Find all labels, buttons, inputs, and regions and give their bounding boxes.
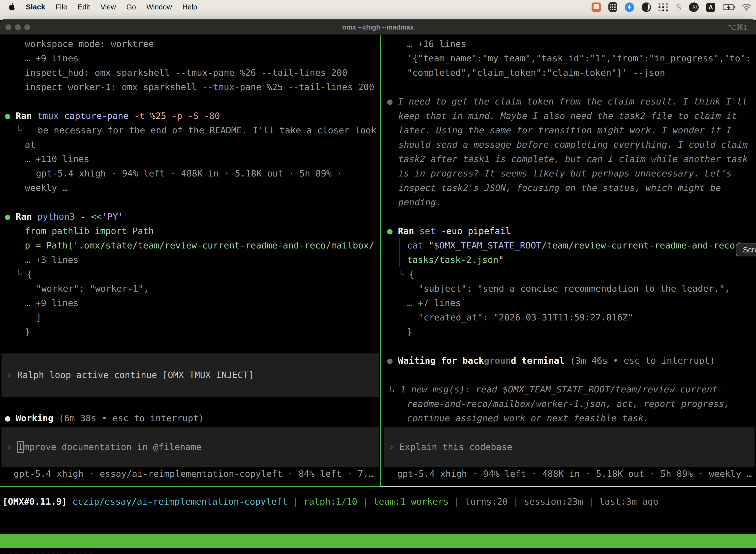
tmux-pane-right[interactable]: … +16 lines'{"team_name":"my-team","task… [382, 35, 756, 486]
segment-gi: continue assigned work or next feasible … [407, 413, 649, 423]
apple-menu-icon[interactable] [8, 3, 16, 11]
menu-item-file[interactable]: File [56, 3, 67, 11]
terminal-line: keep that in mind. Maybe I also need the… [382, 109, 756, 123]
blank-line [382, 339, 756, 353]
segment-gi: I need to get the claim token from the c… [398, 96, 747, 107]
left-prompt-input[interactable]: › Improve documentation in @filename [1, 428, 379, 466]
segment-wb: Waiting for back [398, 355, 484, 366]
segment-g: inspect_worker-1: omx sparkshell --tmux-… [25, 82, 374, 92]
segment-g: "completed","claim_token":"claim-token"}… [407, 67, 665, 78]
blank-line [382, 80, 756, 94]
segment-wb: d terminal [511, 355, 570, 366]
segment-sg2: turns:20 [465, 496, 513, 507]
count-badge-icon[interactable]: ..61 [689, 2, 699, 12]
segment-g: ] [36, 312, 42, 322]
a-square-icon[interactable]: A [706, 3, 715, 12]
segment-d: › [6, 442, 17, 452]
right-pane-bottom: › Explain this codebase gpt-5.4 xhigh · … [382, 428, 756, 481]
chat-bubble-tail [594, 11, 596, 13]
segment-g: } [407, 327, 413, 337]
blank-line [0, 339, 380, 353]
prompt-input-line[interactable]: › Explain this codebase [384, 440, 512, 454]
terminal-line: } [382, 325, 756, 339]
segment-shim: groun [484, 355, 511, 366]
chat-bubble-icon[interactable] [591, 2, 601, 12]
terminal-line: should send a message before completing … [382, 137, 756, 152]
terminal-line: ● Ran tmux capture-pane -t %25 -p -S -80 [0, 109, 380, 123]
segment-sep: | [363, 496, 373, 507]
segment-g: gpt-5.4 xhigh · essay/ai-reimplementatio… [14, 468, 374, 479]
segment-w: " [429, 240, 434, 251]
crescent-circle-icon[interactable] [642, 2, 651, 12]
segment-blu: cat [407, 240, 429, 251]
segment-tea: << [91, 212, 102, 222]
segment-sgr: ralph:1/10 [304, 496, 363, 507]
segment-g: inspect_hud: omx sparkshell --tmux-pane … [25, 67, 347, 78]
pane-divider[interactable] [380, 35, 381, 486]
right-prompt-input[interactable]: › Explain this codebase [384, 428, 755, 466]
segment-g: (6m 38s • esc to interrupt) [59, 413, 204, 423]
terminal-line: └ { [0, 267, 380, 281]
window-title-bar[interactable]: omx --xhigh --madmax ⌥⌘1 [0, 19, 756, 35]
battery-icon[interactable] [723, 4, 734, 10]
chat-bubble-inner [593, 4, 599, 9]
menu-item-help[interactable]: Help [182, 3, 197, 11]
segment-gbul: ● [5, 111, 16, 121]
segment-g: at [25, 140, 36, 150]
tmux-pane-left[interactable]: workspace_mode: worktree… +9 linesinspec… [0, 35, 380, 486]
menu-item-edit[interactable]: Edit [78, 3, 90, 11]
dots-grid-icon[interactable] [658, 3, 669, 11]
bolt-circle-icon[interactable] [625, 2, 634, 12]
segment-g: … +16 lines [407, 39, 466, 49]
right-pane-bottom-border [381, 486, 756, 487]
prompt-input-line[interactable]: › Improve documentation in @filename [1, 440, 201, 454]
segment-d: ● [387, 96, 398, 107]
left-hud-line: gpt-5.4 xhigh · essay/ai-reimplementatio… [0, 466, 380, 481]
segment-gi: ↳ 1 new msg(s): read $OMX_TEAM_STATE_ROO… [390, 384, 723, 394]
segment-grn: from pathlib import Path [25, 226, 154, 236]
grid-shield-icon[interactable] [609, 2, 617, 12]
segment-g: … +3 lines [25, 255, 79, 265]
segment-cyn: cczip/essay/ai-reimplementation-copyleft [72, 496, 293, 507]
terminal-line: ● I need to get the claim token from the… [382, 94, 756, 109]
segment-sep: | [513, 496, 524, 507]
segment-blu: python3 [37, 212, 80, 222]
terminal-line: tasks/task-2.json" [382, 253, 756, 267]
segment-g: '{"team_name":"my-team","task_id":"1","f… [407, 53, 751, 63]
terminal-line: gpt-5.4 xhigh · 94% left · 488K in · 5.1… [0, 166, 380, 181]
terminal-line: ● Waiting for background terminal (3m 46… [382, 353, 756, 368]
terminal-line: … +110 lines [0, 152, 380, 166]
segment-g: weekly … [25, 183, 68, 193]
segment-g: … +9 lines [25, 298, 79, 308]
segment-ph: Explain this codebase [399, 442, 512, 452]
screen-capture-overlay[interactable]: Scre [736, 243, 756, 257]
crescent-cut [645, 3, 648, 11]
segment-sep: | [454, 496, 465, 507]
tmux-session-label: [omx-cczip0:bash* [2, 548, 94, 554]
active-app-name[interactable]: Slack [26, 3, 45, 11]
segment-sgr: team:1 workers [374, 496, 454, 507]
segment-sep: | [588, 496, 599, 507]
menu-item-go[interactable]: Go [126, 3, 136, 11]
segment-g: gpt-5.4 xhigh · 94% left · 488K in · 5.1… [397, 468, 752, 479]
s-curl-icon[interactable]: S [676, 2, 681, 12]
segment-g: … +7 lines [407, 298, 461, 308]
segment-gi: task2 after task1 is complete, but can I… [398, 154, 748, 164]
segment-wsb: [OMX#0.11.9] [2, 496, 72, 507]
segment-d: › [6, 370, 17, 380]
terminal-line: ↳ 1 new msg(s): read $OMX_TEAM_STATE_ROO… [382, 382, 756, 397]
segment-gi: later. Using the same for transition mig… [398, 125, 732, 135]
terminal-line: "worker": "worker-1", [0, 281, 380, 296]
terminal-window: omx --xhigh --madmax ⌥⌘1 workspace_mode:… [0, 19, 756, 554]
terminal-line: … +16 lines [382, 37, 756, 51]
menu-item-view[interactable]: View [101, 3, 116, 11]
terminal-line: weekly … [0, 181, 380, 195]
terminal-line: inspect_worker-1: omx sparkshell --tmux-… [0, 80, 380, 94]
menu-item-window[interactable]: Window [146, 3, 172, 11]
segment-gi: is in progress? It seems likely but perh… [398, 168, 732, 178]
menu-items: FileEditViewGoWindowHelp [45, 3, 197, 11]
wifi-icon[interactable] [742, 3, 752, 11]
terminal-line: is in progress? It seems likely but perh… [382, 166, 756, 181]
menu-bar: Slack FileEditViewGoWindowHelp S ..61 A [0, 0, 756, 14]
segment-gi: inspect task2's JSON, focusing on the st… [398, 183, 721, 193]
